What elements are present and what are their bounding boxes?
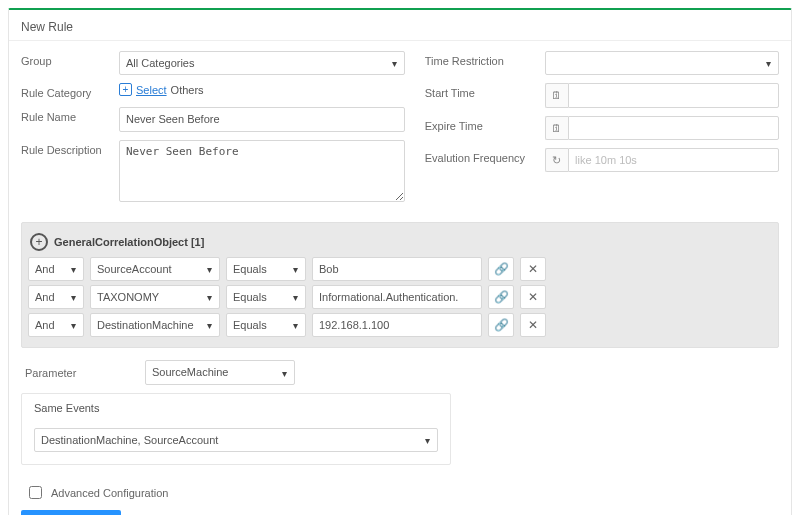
parameter-label: Parameter <box>25 367 125 379</box>
rule-name-label: Rule Name <box>21 107 119 123</box>
calendar-icon[interactable]: 🗓 <box>545 83 568 107</box>
bool-select[interactable]: And <box>28 257 84 281</box>
same-events-panel: Same Events DestinationMachine, SourceAc… <box>21 393 451 465</box>
value-input[interactable] <box>312 257 482 281</box>
left-column: Group All Categories Rule Category <box>21 51 405 212</box>
criteria-row: And DestinationMachine Equals 🔗 ✕ <box>28 313 772 337</box>
value-input[interactable] <box>312 313 482 337</box>
rule-description-label: Rule Description <box>21 140 119 156</box>
field-select[interactable]: TAXONOMY <box>90 285 220 309</box>
op-select[interactable]: Equals <box>226 257 306 281</box>
refresh-icon[interactable]: ↻ <box>545 148 568 172</box>
link-icon[interactable]: 🔗 <box>488 257 514 281</box>
new-rule-panel: New Rule Group All Categories <box>8 8 792 515</box>
remove-icon[interactable]: ✕ <box>520 257 546 281</box>
criteria-header-text: GeneralCorrelationObject [1] <box>54 236 204 248</box>
bool-select[interactable]: And <box>28 285 84 309</box>
time-restriction-label: Time Restriction <box>425 51 545 67</box>
rule-category-label: Rule Category <box>21 83 119 99</box>
value-input[interactable] <box>312 285 482 309</box>
advanced-config-label: Advanced Configuration <box>51 487 168 499</box>
start-time-label: Start Time <box>425 83 545 99</box>
rule-description-textarea[interactable]: Never Seen Before <box>119 140 405 202</box>
link-icon[interactable]: 🔗 <box>488 285 514 309</box>
calendar-icon[interactable]: 🗓 <box>545 116 568 140</box>
panel-title: New Rule <box>9 10 791 41</box>
field-select[interactable]: SourceAccount <box>90 257 220 281</box>
criteria-row: And TAXONOMY Equals 🔗 ✕ <box>28 285 772 309</box>
op-select[interactable]: Equals <box>226 285 306 309</box>
group-select[interactable]: All Categories <box>119 51 405 75</box>
criteria-box: + GeneralCorrelationObject [1] And Sourc… <box>21 222 779 349</box>
same-events-select[interactable]: DestinationMachine, SourceAccount <box>34 428 438 452</box>
op-select[interactable]: Equals <box>226 313 306 337</box>
rule-name-input[interactable] <box>119 107 405 131</box>
add-circle-icon[interactable]: + <box>30 233 48 251</box>
criteria-row: And SourceAccount Equals 🔗 ✕ <box>28 257 772 281</box>
rule-category-value: Others <box>171 84 204 96</box>
link-icon[interactable]: 🔗 <box>488 313 514 337</box>
same-events-title: Same Events <box>22 394 450 422</box>
start-time-input[interactable] <box>568 83 779 107</box>
remove-icon[interactable]: ✕ <box>520 285 546 309</box>
advanced-config-checkbox[interactable] <box>29 486 42 499</box>
select-plus-icon[interactable]: + <box>119 83 132 96</box>
right-column: Time Restriction Start Time <box>425 51 779 212</box>
time-restriction-select[interactable] <box>545 51 779 75</box>
group-label: Group <box>21 51 119 67</box>
save-button[interactable]: Save Rule <box>21 510 121 515</box>
field-select[interactable]: DestinationMachine <box>90 313 220 337</box>
bool-select[interactable]: And <box>28 313 84 337</box>
parameter-select[interactable]: SourceMachine <box>145 360 295 384</box>
eval-freq-input[interactable] <box>568 148 779 172</box>
eval-freq-label: Evalution Frequency <box>425 148 545 164</box>
expire-time-input[interactable] <box>568 116 779 140</box>
rule-category-select-link[interactable]: Select <box>136 84 167 96</box>
expire-time-label: Expire Time <box>425 116 545 132</box>
remove-icon[interactable]: ✕ <box>520 313 546 337</box>
